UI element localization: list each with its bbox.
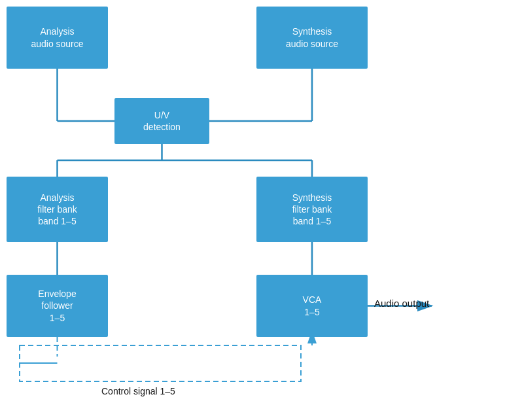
audio-output-label: Audio output xyxy=(374,298,429,309)
synthesis-filter-block: Synthesis filter bank band 1–5 xyxy=(256,177,368,242)
analysis-source-block: Analysis audio source xyxy=(7,7,108,69)
uv-detection-block: U/V detection xyxy=(114,98,209,144)
control-signal-label: Control signal 1–5 xyxy=(101,386,175,396)
vca-block: VCA 1–5 xyxy=(256,275,368,337)
diagram: Analysis audio source Synthesis audio so… xyxy=(0,0,505,420)
analysis-filter-block: Analysis filter bank band 1–5 xyxy=(7,177,108,242)
synthesis-source-block: Synthesis audio source xyxy=(256,7,368,69)
envelope-follower-block: Envelope follower 1–5 xyxy=(7,275,108,337)
svg-rect-11 xyxy=(20,345,301,381)
